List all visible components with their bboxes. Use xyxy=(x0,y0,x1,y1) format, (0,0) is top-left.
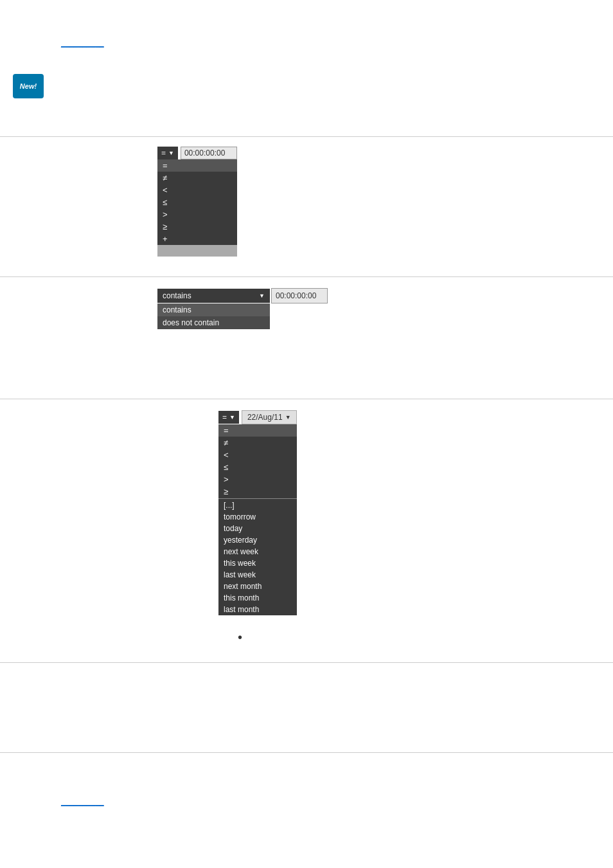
date-option-this-week[interactable]: this week xyxy=(218,557,297,569)
bullet-point: • xyxy=(238,630,242,645)
op-item-less-eq[interactable]: ≤ xyxy=(157,196,237,208)
date-value-label: 22/Aug/11 xyxy=(247,413,283,422)
operator-dropdown-1[interactable]: = ▼ xyxy=(157,147,178,159)
date-option-ellipsis[interactable]: [...] xyxy=(218,500,297,511)
section-2-divider xyxy=(0,276,613,277)
date-option-this-month[interactable]: this month xyxy=(218,592,297,604)
date-operator-arrow-icon: ▼ xyxy=(229,414,235,420)
date-operator-section: = ▼ 22/Aug/11 ▼ = ≠ < ≤ > ≥ [...] tomorr… xyxy=(218,410,297,615)
date-operator-label: = xyxy=(222,413,227,422)
op-item-greater-eq[interactable]: ≥ xyxy=(157,221,237,233)
date-op-item-equals[interactable]: = xyxy=(218,424,297,437)
date-op-item-greater-eq[interactable]: ≥ xyxy=(218,485,297,498)
top-nav-link[interactable]: __________ xyxy=(61,39,104,48)
contains-menu: contains does not contain xyxy=(157,303,270,329)
date-op-menu: = ≠ < ≤ > ≥ [...] tomorrow today yesterd… xyxy=(218,424,297,615)
contains-selected-label: contains xyxy=(163,291,191,300)
contains-item-does-not-contain[interactable]: does not contain xyxy=(157,316,270,329)
date-option-today[interactable]: today xyxy=(218,523,297,534)
contains-dropdown[interactable]: contains ▼ xyxy=(157,289,270,303)
section-1-divider xyxy=(0,136,613,137)
op-item-equals[interactable]: = xyxy=(157,159,237,172)
op-item-less[interactable]: < xyxy=(157,184,237,196)
date-option-tomorrow[interactable]: tomorrow xyxy=(218,511,297,523)
date-operator-dropdown[interactable]: = ▼ xyxy=(218,411,239,424)
date-option-next-week[interactable]: next week xyxy=(218,546,297,557)
new-badge: New! xyxy=(13,74,44,98)
op-item-greater[interactable]: > xyxy=(157,208,237,221)
contains-arrow-icon: ▼ xyxy=(259,293,265,299)
time-input-1[interactable] xyxy=(181,147,237,159)
op-item-not-equals[interactable]: ≠ xyxy=(157,172,237,184)
date-option-next-month[interactable]: next month xyxy=(218,581,297,592)
operator-arrow-icon: ▼ xyxy=(168,150,174,156)
operator-menu-1: = ≠ < ≤ > ≥ + xyxy=(157,159,237,257)
date-option-last-month[interactable]: last month xyxy=(218,604,297,615)
date-op-item-greater[interactable]: > xyxy=(218,473,297,485)
contains-time-value: 00:00:00:00 xyxy=(271,288,328,303)
op-item-plus[interactable]: + xyxy=(157,233,237,245)
operator-selected-label: = xyxy=(161,149,166,158)
op-menu-footer xyxy=(157,245,237,257)
date-op-item-less[interactable]: < xyxy=(218,449,297,461)
section-5-divider xyxy=(0,752,613,753)
date-op-item-less-eq[interactable]: ≤ xyxy=(218,461,297,473)
operator-time-section: = ▼ = ≠ < ≤ > ≥ + xyxy=(157,147,237,257)
date-value-dropdown[interactable]: 22/Aug/11 ▼ xyxy=(242,410,297,424)
section-4-divider xyxy=(0,662,613,663)
date-op-item-not-equals[interactable]: ≠ xyxy=(218,437,297,449)
bottom-nav-link[interactable]: __________ xyxy=(61,797,104,806)
date-option-last-week[interactable]: last week xyxy=(218,569,297,581)
section-3-divider xyxy=(0,399,613,399)
date-value-arrow-icon: ▼ xyxy=(285,414,291,420)
date-option-yesterday[interactable]: yesterday xyxy=(218,534,297,546)
contains-item-contains[interactable]: contains xyxy=(157,303,270,316)
contains-section: contains ▼ 00:00:00:00 contains does not… xyxy=(157,288,328,329)
